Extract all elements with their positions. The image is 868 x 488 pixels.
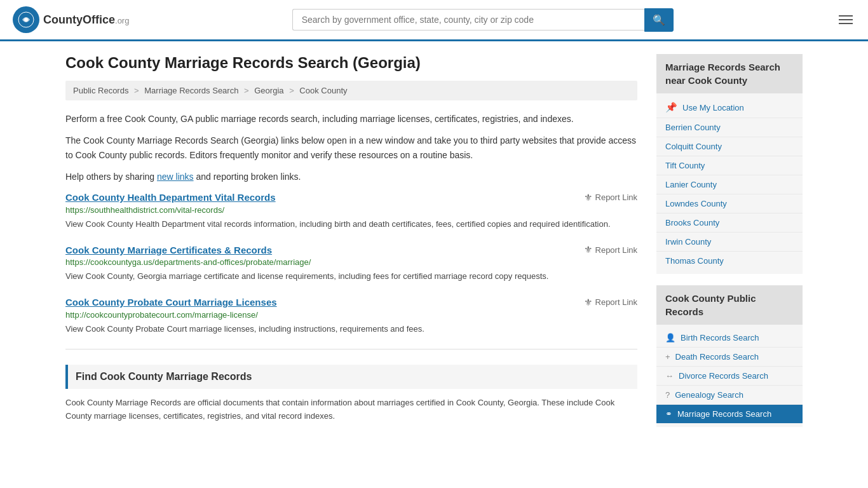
use-my-location-link[interactable]: Use My Location bbox=[682, 103, 744, 112]
new-links-link[interactable]: new links bbox=[157, 172, 194, 182]
breadcrumb-georgia[interactable]: Georgia bbox=[254, 86, 283, 95]
genealogy-icon: ? bbox=[665, 390, 670, 400]
colquitt-county-link[interactable]: Colquitt County bbox=[665, 142, 722, 151]
main-container: Cook County Marriage Records Search (Geo… bbox=[53, 41, 815, 451]
breadcrumb-marriage-records[interactable]: Marriage Records Search bbox=[144, 86, 238, 95]
record-desc-2: View Cook County, Georgia marriage certi… bbox=[65, 270, 637, 283]
menu-button[interactable] bbox=[836, 13, 855, 27]
report-link-btn-3[interactable]: ⚜ Report Link bbox=[584, 297, 637, 308]
sidebar: Marriage Records Search near Cook County… bbox=[656, 54, 803, 438]
logo-area: CountyOffice.org bbox=[13, 6, 129, 33]
sidebar-item-colquitt[interactable]: Colquitt County bbox=[656, 137, 803, 156]
unlink-icon-2: ⚜ bbox=[584, 244, 592, 255]
death-icon: + bbox=[665, 352, 670, 362]
record-entry-2: Cook County Marriage Certificates & Reco… bbox=[65, 244, 637, 283]
death-records-link[interactable]: Death Records Search bbox=[675, 352, 759, 362]
tift-county-link[interactable]: Tift County bbox=[665, 161, 705, 170]
thomas-county-link[interactable]: Thomas County bbox=[665, 256, 724, 266]
nearby-box-title: Marriage Records Search near Cook County bbox=[656, 54, 803, 93]
desc-para-1: Perform a free Cook County, GA public ma… bbox=[65, 112, 637, 126]
record-title-row-1: Cook County Health Department Vital Reco… bbox=[65, 192, 637, 203]
marriage-icon: ⚭ bbox=[665, 409, 672, 419]
public-records-box: Cook County Public Records 👤 Birth Recor… bbox=[656, 285, 803, 427]
breadcrumb-cook-county: Cook County bbox=[299, 86, 347, 95]
desc-para-2: The Cook County Marriage Records Search … bbox=[65, 133, 637, 162]
report-link-btn-2[interactable]: ⚜ Report Link bbox=[584, 244, 637, 255]
birth-records-link[interactable]: Birth Records Search bbox=[681, 333, 759, 342]
irwin-county-link[interactable]: Irwin County bbox=[665, 237, 711, 247]
hamburger-icon bbox=[839, 15, 853, 24]
search-input[interactable] bbox=[292, 9, 644, 30]
sidebar-item-thomas[interactable]: Thomas County bbox=[656, 252, 803, 270]
unlink-icon-1: ⚜ bbox=[584, 192, 592, 203]
unlink-icon-3: ⚜ bbox=[584, 297, 592, 308]
search-area: 🔍 bbox=[292, 8, 674, 32]
record-entry-1: Cook County Health Department Vital Reco… bbox=[65, 192, 637, 231]
record-entry-3: Cook County Probate Court Marriage Licen… bbox=[65, 297, 637, 336]
record-desc-1: View Cook County Health Department vital… bbox=[65, 218, 637, 231]
find-section-text: Cook County Marriage Records are officia… bbox=[65, 396, 637, 423]
sidebar-item-lowndes[interactable]: Lowndes County bbox=[656, 194, 803, 214]
breadcrumb-sep-3: > bbox=[289, 86, 294, 95]
divorce-records-link[interactable]: Divorce Records Search bbox=[679, 371, 768, 381]
sidebar-item-berrien[interactable]: Berrien County bbox=[656, 118, 803, 137]
pub-rec-death[interactable]: + Death Records Search bbox=[656, 348, 803, 367]
pub-rec-birth[interactable]: 👤 Birth Records Search bbox=[656, 329, 803, 348]
pub-rec-divorce[interactable]: ↔ Divorce Records Search bbox=[656, 367, 803, 386]
record-url-3: http://cookcountyprobatecourt.com/marria… bbox=[65, 310, 637, 320]
sidebar-item-tift[interactable]: Tift County bbox=[656, 156, 803, 175]
breadcrumb: Public Records > Marriage Records Search… bbox=[65, 81, 637, 100]
logo-icon bbox=[13, 6, 39, 33]
nearby-box: Marriage Records Search near Cook County… bbox=[656, 54, 803, 274]
search-icon: 🔍 bbox=[653, 15, 665, 25]
svg-point-1 bbox=[24, 18, 28, 22]
nearby-box-body: 📌 Use My Location Berrien County Colquit… bbox=[656, 93, 803, 274]
content-area: Cook County Marriage Records Search (Geo… bbox=[65, 54, 637, 438]
sidebar-item-irwin[interactable]: Irwin County bbox=[656, 233, 803, 252]
record-title-2[interactable]: Cook County Marriage Certificates & Reco… bbox=[65, 245, 272, 255]
public-records-box-title: Cook County Public Records bbox=[656, 285, 803, 325]
find-section-heading: Find Cook County Marriage Records bbox=[65, 365, 637, 389]
report-link-btn-1[interactable]: ⚜ Report Link bbox=[584, 192, 637, 203]
sidebar-item-lanier[interactable]: Lanier County bbox=[656, 175, 803, 194]
marriage-records-link[interactable]: Marriage Records Search bbox=[677, 409, 771, 419]
record-url-2: https://cookcountyga.us/departments-and-… bbox=[65, 257, 637, 267]
pub-rec-marriage[interactable]: ⚭ Marriage Records Search bbox=[656, 405, 803, 423]
berrien-county-link[interactable]: Berrien County bbox=[665, 123, 721, 132]
record-title-3[interactable]: Cook County Probate Court Marriage Licen… bbox=[65, 297, 277, 308]
public-records-box-body: 👤 Birth Records Search + Death Records S… bbox=[656, 325, 803, 427]
search-button[interactable]: 🔍 bbox=[644, 8, 674, 32]
breadcrumb-sep-1: > bbox=[134, 86, 139, 95]
use-my-location[interactable]: 📌 Use My Location bbox=[656, 97, 803, 118]
breadcrumb-sep-2: > bbox=[244, 86, 249, 95]
record-title-1[interactable]: Cook County Health Department Vital Reco… bbox=[65, 192, 276, 203]
record-title-row-3: Cook County Probate Court Marriage Licen… bbox=[65, 297, 637, 308]
lowndes-county-link[interactable]: Lowndes County bbox=[665, 199, 727, 208]
breadcrumb-public-records[interactable]: Public Records bbox=[73, 86, 128, 95]
record-desc-3: View Cook County Probate Court marriage … bbox=[65, 323, 637, 336]
logo-text: CountyOffice.org bbox=[43, 13, 129, 27]
genealogy-search-link[interactable]: Genealogy Search bbox=[675, 390, 743, 400]
lanier-county-link[interactable]: Lanier County bbox=[665, 180, 717, 189]
desc-para-3: Help others by sharing new links and rep… bbox=[65, 170, 637, 184]
pub-rec-genealogy[interactable]: ? Genealogy Search bbox=[656, 386, 803, 405]
record-title-row-2: Cook County Marriage Certificates & Reco… bbox=[65, 244, 637, 255]
divorce-icon: ↔ bbox=[665, 371, 674, 381]
record-url-1: https://southhealthdistrict.com/vital-re… bbox=[65, 205, 637, 215]
location-icon: 📌 bbox=[665, 102, 677, 113]
section-divider bbox=[65, 349, 637, 349]
birth-icon: 👤 bbox=[665, 333, 675, 342]
sidebar-item-brooks[interactable]: Brooks County bbox=[656, 214, 803, 233]
page-title: Cook County Marriage Records Search (Geo… bbox=[65, 54, 637, 72]
header: CountyOffice.org 🔍 bbox=[0, 0, 868, 41]
brooks-county-link[interactable]: Brooks County bbox=[665, 218, 719, 227]
